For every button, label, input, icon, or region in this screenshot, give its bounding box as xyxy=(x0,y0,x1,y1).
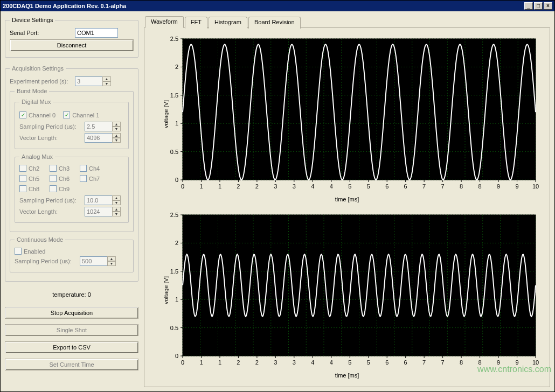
svg-text:3: 3 xyxy=(293,359,296,366)
burst-mode-legend: Burst Mode xyxy=(15,88,49,94)
svg-text:1: 1 xyxy=(175,120,178,127)
svg-text:2.5: 2.5 xyxy=(170,36,178,42)
svg-text:8: 8 xyxy=(460,183,463,190)
amux-vector-input[interactable] xyxy=(85,207,113,216)
svg-text:1.5: 1.5 xyxy=(170,92,178,99)
svg-text:7: 7 xyxy=(441,359,445,366)
tab-fft[interactable]: FFT xyxy=(185,17,207,29)
continuous-mode-group: Continuous Mode Enabled Sampling Period … xyxy=(10,236,134,272)
dmux-sampling-spinner[interactable]: ▲▼ xyxy=(85,122,123,131)
set-current-time-button[interactable]: Set Current Time xyxy=(5,359,138,370)
svg-text:1: 1 xyxy=(199,183,203,190)
spin-up-icon[interactable]: ▲ xyxy=(112,133,121,138)
tab-waveform[interactable]: Waveform xyxy=(145,16,184,28)
analog-channel-checkbox[interactable]: Ch5 xyxy=(19,175,45,182)
spin-up-icon[interactable]: ▲ xyxy=(112,122,121,127)
svg-text:9: 9 xyxy=(515,183,518,190)
spin-down-icon[interactable]: ▼ xyxy=(107,261,116,266)
analog-channel-checkbox[interactable]: Ch2 xyxy=(19,165,45,172)
tabpanel-waveform: voltage [V] 00.511.522.50112233445566778… xyxy=(144,27,550,387)
svg-text:1: 1 xyxy=(218,359,221,366)
svg-text:6: 6 xyxy=(385,183,388,190)
svg-text:4: 4 xyxy=(311,183,314,190)
svg-text:0: 0 xyxy=(175,353,178,359)
serial-port-label: Serial Port: xyxy=(10,30,72,36)
svg-text:5: 5 xyxy=(348,359,351,366)
analog-channel-checkbox[interactable]: Ch6 xyxy=(50,175,75,182)
svg-text:8: 8 xyxy=(460,359,463,366)
minimize-button[interactable]: _ xyxy=(524,2,533,10)
dmux-vector-spinner[interactable]: ▲▼ xyxy=(85,133,123,143)
spin-down-icon[interactable]: ▼ xyxy=(112,200,121,205)
tabstrip: Waveform FFT Histogram Board Revision xyxy=(145,16,550,27)
svg-text:2: 2 xyxy=(175,240,178,246)
svg-text:9: 9 xyxy=(497,359,500,366)
svg-text:2: 2 xyxy=(255,183,259,190)
close-button[interactable]: × xyxy=(544,2,552,10)
analog-channel-checkbox[interactable]: Ch3 xyxy=(50,165,75,172)
analog-channel-checkbox[interactable]: Ch7 xyxy=(80,175,106,182)
cont-sampling-label: Sampling Period (us): xyxy=(15,258,77,264)
continuous-enabled-checkbox[interactable]: Enabled xyxy=(15,248,124,255)
spin-down-icon[interactable]: ▼ xyxy=(112,212,121,216)
exp-period-spinner[interactable]: ▲▼ xyxy=(75,76,114,86)
maximize-button[interactable]: □ xyxy=(534,2,543,10)
cont-sampling-spinner[interactable]: ▲▼ xyxy=(80,256,119,266)
svg-text:3: 3 xyxy=(274,359,277,366)
disconnect-button[interactable]: Disconnect xyxy=(10,39,134,51)
digital-mux-legend: Digital Mux xyxy=(19,99,53,105)
serial-port-input[interactable] xyxy=(75,28,118,38)
window-title: 200CDAQ1 Demo Application Rev. 0.1-alpha xyxy=(3,3,524,9)
plot-1-xlabel: time [ms] xyxy=(335,196,359,202)
tab-histogram[interactable]: Histogram xyxy=(209,17,247,29)
dmux-vector-input[interactable] xyxy=(85,133,113,143)
channel1-checkbox[interactable]: Channel 1 xyxy=(63,111,99,118)
export-csv-button[interactable]: Export to CSV xyxy=(5,341,138,353)
cont-sampling-input[interactable] xyxy=(80,256,108,266)
svg-text:6: 6 xyxy=(404,183,407,190)
amux-sampling-input[interactable] xyxy=(85,195,113,205)
dmux-sampling-input[interactable] xyxy=(85,122,113,131)
plot-1-wrap: voltage [V] 00.511.522.50112233445566778… xyxy=(150,33,544,207)
spin-up-icon[interactable]: ▲ xyxy=(112,207,121,212)
svg-text:1: 1 xyxy=(218,183,221,190)
svg-text:4: 4 xyxy=(330,183,333,190)
svg-text:2: 2 xyxy=(237,183,240,190)
spin-down-icon[interactable]: ▼ xyxy=(112,138,121,143)
svg-text:7: 7 xyxy=(422,359,426,366)
analog-channel-checkbox[interactable]: Ch8 xyxy=(19,185,45,192)
svg-text:0.5: 0.5 xyxy=(170,149,178,155)
spin-down-icon[interactable]: ▼ xyxy=(112,127,121,131)
svg-text:8: 8 xyxy=(478,359,482,366)
right-pane: Waveform FFT Histogram Board Revision vo… xyxy=(144,16,550,387)
stop-acquisition-button[interactable]: Stop Acquisition xyxy=(5,307,138,319)
amux-vector-spinner[interactable]: ▲▼ xyxy=(85,207,123,216)
device-settings-group: Device Settings Serial Port: Disconnect xyxy=(5,17,138,58)
svg-text:7: 7 xyxy=(441,183,445,190)
svg-text:0: 0 xyxy=(181,183,184,190)
svg-text:1.5: 1.5 xyxy=(170,268,178,275)
amux-sampling-spinner[interactable]: ▲▼ xyxy=(85,195,123,205)
analog-channel-checkbox[interactable]: Ch4 xyxy=(80,165,106,172)
spin-down-icon[interactable]: ▼ xyxy=(102,81,111,86)
svg-text:3: 3 xyxy=(293,183,296,190)
tab-board-revision[interactable]: Board Revision xyxy=(248,17,301,29)
dmux-sampling-label: Sampling Period (us): xyxy=(19,123,81,130)
spin-up-icon[interactable]: ▲ xyxy=(107,256,116,261)
channel0-checkbox[interactable]: Channel 0 xyxy=(19,111,56,118)
spin-up-icon[interactable]: ▲ xyxy=(102,76,111,81)
svg-text:2: 2 xyxy=(237,359,240,366)
device-settings-legend: Device Settings xyxy=(10,17,55,23)
amux-vector-label: Vector Length: xyxy=(19,208,81,215)
svg-text:10: 10 xyxy=(532,183,539,190)
svg-text:0: 0 xyxy=(175,177,178,183)
analog-mux-legend: Analog Mux xyxy=(19,153,55,160)
check-icon xyxy=(21,113,25,117)
svg-text:10: 10 xyxy=(532,359,539,366)
single-shot-button[interactable]: Single Shot xyxy=(5,324,138,336)
exp-period-input[interactable] xyxy=(75,76,103,86)
analog-channel-checkbox[interactable]: Ch9 xyxy=(50,185,75,192)
amux-sampling-label: Sampling Period (us): xyxy=(19,197,81,204)
analog-mux-group: Analog Mux Ch2Ch3Ch4Ch5Ch6Ch7Ch8Ch9 Samp… xyxy=(15,153,129,223)
spin-up-icon[interactable]: ▲ xyxy=(112,195,121,200)
